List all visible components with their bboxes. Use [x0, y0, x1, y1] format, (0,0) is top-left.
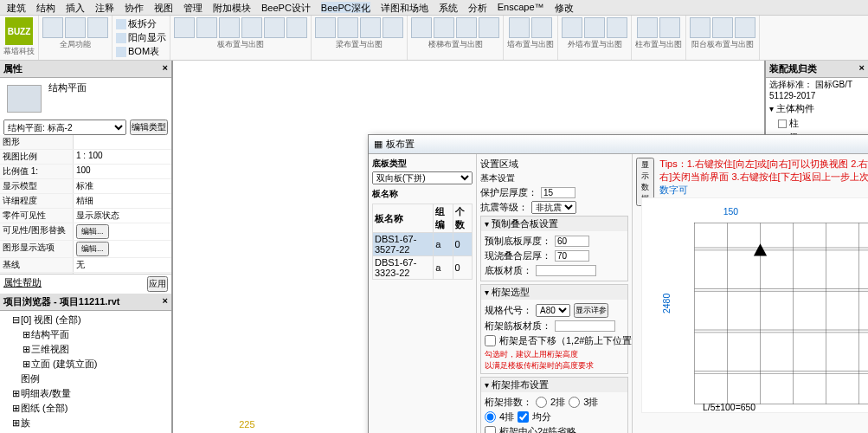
ribbon-button[interactable]: [411, 17, 432, 38]
menu-item[interactable]: 分析: [468, 2, 487, 13]
ribbon-button[interactable]: [87, 17, 108, 38]
prop-value[interactable]: 标准: [74, 179, 171, 193]
menu-item[interactable]: 协作: [125, 2, 144, 13]
menu-item[interactable]: BeePC设计: [261, 2, 311, 13]
rows-radio[interactable]: [536, 397, 547, 408]
close-icon[interactable]: ×: [163, 295, 168, 308]
prop-value[interactable]: [74, 135, 171, 149]
menu-item[interactable]: 结构: [36, 2, 55, 13]
tree-item[interactable]: ⊞结构平面: [12, 327, 170, 342]
collapse-header[interactable]: ▾ 桁架选型: [481, 285, 627, 300]
rows-radio[interactable]: [569, 397, 580, 408]
menu-item[interactable]: Enscape™: [498, 2, 544, 13]
edit-type-button[interactable]: 编辑类型: [130, 120, 168, 135]
ribbon-group-label: 板布置与出图: [217, 39, 264, 50]
prop-value[interactable]: 精细: [74, 194, 171, 208]
tree-item[interactable]: ⊞三维视图: [12, 342, 170, 357]
radio-label: 4排: [499, 410, 514, 423]
ribbon-button[interactable]: [531, 17, 552, 38]
tree-item[interactable]: ⊞立面 (建筑立面): [12, 357, 170, 372]
preview-canvas[interactable]: 150 2480 L/5±100=650: [641, 197, 868, 413]
menu-item[interactable]: 插入: [66, 2, 85, 13]
tree-item[interactable]: ⊞明细表/数量: [12, 386, 170, 401]
prop-value[interactable]: 无: [74, 258, 171, 272]
ribbon-button[interactable]: [383, 17, 403, 38]
ribbon-button[interactable]: [637, 17, 658, 38]
props-help-link[interactable]: 属性帮助: [3, 276, 42, 292]
prop-value[interactable]: 1 : 100: [74, 150, 171, 164]
ribbon-button[interactable]: [286, 17, 307, 38]
seismic-select[interactable]: 非抗震: [531, 201, 576, 214]
menu-item[interactable]: BeePC深化: [321, 2, 370, 13]
even-check[interactable]: [518, 411, 529, 423]
table-row[interactable]: DBS1-67-3323-22a0: [373, 256, 473, 280]
table-row[interactable]: DBS1-67-3527-22a0: [373, 233, 473, 256]
type-selector[interactable]: 结构平面: 标高-2: [3, 120, 126, 135]
tree-item[interactable]: ⊞图纸 (全部): [12, 401, 170, 416]
ribbon-button[interactable]: [174, 17, 195, 38]
buzz-logo[interactable]: BUZZ: [5, 17, 33, 45]
ribbon-small-btn[interactable]: BOM表: [128, 45, 159, 58]
tree-item[interactable]: 柱: [766, 116, 868, 131]
menu-item[interactable]: 管理: [183, 2, 203, 13]
ribbon-button[interactable]: [42, 17, 63, 38]
material-input[interactable]: [536, 265, 596, 276]
menu-item[interactable]: 详图和场地: [381, 2, 428, 13]
ribbon-button[interactable]: [509, 17, 530, 38]
menu-item[interactable]: 视图: [154, 2, 173, 13]
ribbon-small-btn[interactable]: 板拆分: [128, 17, 157, 30]
ribbon-button[interactable]: [338, 17, 358, 38]
truss-shift-check[interactable]: [485, 335, 496, 346]
tree-item[interactable]: ⊞族: [12, 416, 170, 430]
close-icon[interactable]: ×: [859, 62, 865, 75]
ribbon-button[interactable]: [456, 17, 477, 38]
truss-spec-select[interactable]: A80: [536, 304, 570, 317]
tree-item[interactable]: ⊟[0] 视图 (全部): [12, 313, 170, 327]
edit-button[interactable]: 编辑...: [76, 242, 109, 256]
menu-item[interactable]: 系统: [439, 2, 458, 13]
tree-item[interactable]: ▾ 主体构件: [766, 101, 868, 116]
canvas-area[interactable]: 225 230 235 240 ▦板布置 –□× 底板类型 双向板(下拼) 板名…: [173, 61, 764, 433]
ribbon-button[interactable]: [196, 17, 217, 38]
prop-label: 详细程度: [0, 194, 74, 208]
ribbon-button[interactable]: [659, 17, 680, 38]
menu-item[interactable]: 修改: [555, 2, 574, 13]
ribbon-button[interactable]: [690, 17, 710, 38]
truss-mat-input[interactable]: [555, 320, 615, 332]
ribbon-button[interactable]: [479, 17, 499, 38]
ribbon-button[interactable]: [264, 17, 285, 38]
ribbon-button[interactable]: [584, 17, 605, 38]
tree-item[interactable]: 图例: [12, 372, 170, 386]
menu-item[interactable]: 附加模块: [213, 2, 251, 13]
menu-item[interactable]: 注释: [95, 2, 114, 13]
close-icon[interactable]: ×: [163, 62, 168, 75]
apply-button[interactable]: 应用: [147, 276, 168, 292]
ribbon-button[interactable]: [562, 17, 582, 38]
ribbon-button[interactable]: [712, 17, 733, 38]
ribbon-group-label: 外墙布置与出图: [568, 39, 622, 50]
rows-radio[interactable]: [485, 411, 496, 423]
thickness-input[interactable]: [541, 187, 575, 198]
collapse-header[interactable]: ▾ 桁架排布设置: [481, 378, 627, 392]
ribbon-button[interactable]: [241, 17, 262, 38]
slab-type-select[interactable]: 双向板(下拼): [372, 171, 473, 184]
ribbon-button[interactable]: [735, 17, 755, 38]
ribbon-button[interactable]: [360, 17, 381, 38]
ribbon-button[interactable]: [315, 17, 336, 38]
precast-thick-input[interactable]: [555, 236, 589, 247]
standard-selector[interactable]: 选择标准： 国标GB/T 51129-2017: [766, 78, 868, 101]
collapse-header[interactable]: ▾ 预制叠合板设置: [481, 216, 627, 231]
prop-value[interactable]: 显示原状态: [74, 209, 171, 223]
ribbon-button[interactable]: [65, 17, 86, 38]
ribbon-small-btn[interactable]: 阳向显示: [128, 31, 166, 44]
edit-button[interactable]: 编辑...: [76, 224, 109, 239]
ribbon-button[interactable]: [219, 17, 240, 38]
cast-thick-input[interactable]: [555, 250, 589, 262]
prop-value[interactable]: 100: [74, 165, 171, 178]
field-label: 现浇叠合层厚：: [485, 249, 551, 262]
ribbon-button[interactable]: [434, 17, 454, 38]
show-detail-button[interactable]: 显示详参: [574, 303, 608, 318]
menu-item[interactable]: 建筑: [7, 2, 26, 13]
omit1-check[interactable]: [485, 426, 496, 433]
ribbon-button[interactable]: [607, 17, 627, 38]
